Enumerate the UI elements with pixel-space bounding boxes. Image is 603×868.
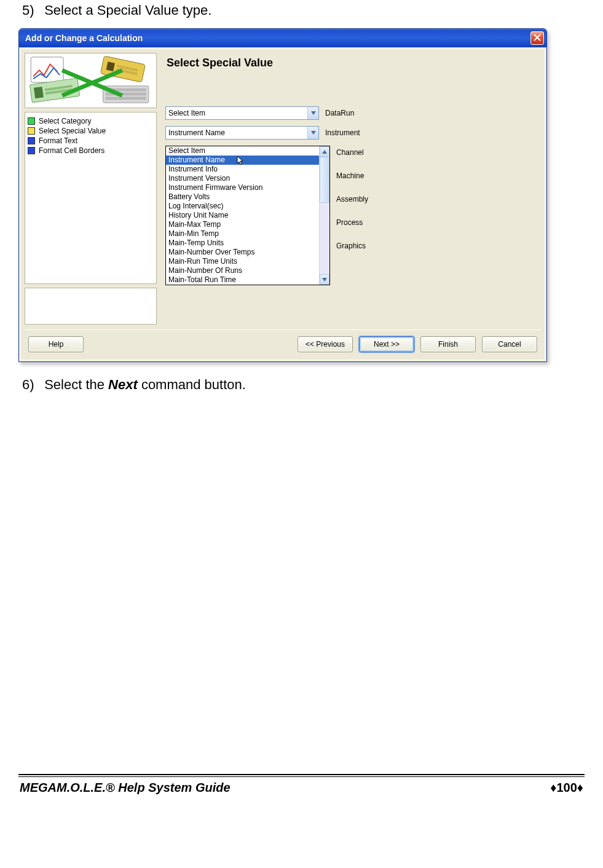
- wizard-step-label: Select Category: [39, 117, 91, 125]
- list-item[interactable]: Instrument Name: [166, 156, 319, 165]
- category-label: Assembly: [336, 195, 368, 213]
- scroll-up-icon[interactable]: [320, 146, 329, 157]
- step-swatch-icon: [28, 117, 35, 125]
- previous-button[interactable]: << Previous: [298, 336, 353, 352]
- category-label: Graphics: [336, 242, 368, 260]
- scroll-thumb[interactable]: [320, 157, 329, 203]
- list-item[interactable]: Main-Total Run Time: [166, 275, 319, 285]
- list-item[interactable]: History Unit Name: [166, 211, 319, 220]
- category-label: Channel: [336, 148, 368, 167]
- listbox-scrollbar[interactable]: [319, 146, 329, 285]
- help-button[interactable]: Help: [28, 336, 84, 352]
- wizard-step[interactable]: Format Cell Borders: [28, 146, 154, 156]
- list-item[interactable]: Instrument Info: [166, 165, 319, 174]
- wizard-step-label: Select Special Value: [39, 127, 106, 135]
- footer-page-number: ♦100♦: [550, 781, 583, 795]
- list-item[interactable]: Main-Temp Units: [166, 239, 319, 248]
- list-item[interactable]: Select Item: [166, 146, 319, 156]
- instrument-combo[interactable]: Instrument Name: [165, 126, 319, 140]
- datarun-combo-value: Select Item: [166, 109, 307, 117]
- cancel-button[interactable]: Cancel: [482, 336, 537, 352]
- step-5-num: 5): [22, 2, 41, 18]
- category-label: Process: [336, 218, 368, 237]
- step-6-post: command button.: [138, 377, 246, 392]
- preview-panel: [25, 288, 157, 325]
- category-label: Machine: [336, 172, 368, 190]
- scroll-down-icon[interactable]: [320, 274, 329, 285]
- next-button[interactable]: Next >>: [359, 336, 414, 352]
- datarun-combo[interactable]: Select Item: [165, 106, 319, 120]
- wizard-steps-list: Select CategorySelect Special ValueForma…: [25, 112, 157, 284]
- list-item[interactable]: Main-Max Temp: [166, 220, 319, 229]
- chevron-down-icon: [307, 107, 318, 119]
- wizard-step[interactable]: Format Text: [28, 136, 154, 146]
- button-bar: Help << Previous Next >> Finish Cancel: [25, 329, 541, 356]
- footer-guide-title: MEGAM.O.L.E.® Help System Guide: [20, 781, 231, 795]
- step-5-text: Select a Special Value type.: [44, 2, 211, 18]
- list-item[interactable]: Main-Number Over Temps: [166, 248, 319, 257]
- list-item[interactable]: Main-Min Temp: [166, 229, 319, 239]
- list-item[interactable]: Log Interval(sec): [166, 202, 319, 211]
- step-6: 6) Select the Next command button.: [22, 377, 585, 393]
- list-item[interactable]: Main-Run Time Units: [166, 257, 319, 266]
- instrument-label: Instrument: [325, 126, 360, 137]
- list-item[interactable]: Main-Number Of Runs: [166, 266, 319, 275]
- svg-rect-6: [34, 87, 44, 98]
- step-6-bold: Next: [108, 377, 138, 392]
- section-title: Select Special Value: [167, 57, 536, 69]
- list-item[interactable]: Instrument Version: [166, 174, 319, 183]
- step-swatch-icon: [28, 127, 35, 135]
- list-item[interactable]: Battery Volts: [166, 192, 319, 202]
- datarun-label: DataRun: [325, 106, 354, 117]
- close-icon: [534, 33, 541, 43]
- step-swatch-icon: [28, 137, 35, 144]
- list-item[interactable]: Instrument Firmware Version: [166, 183, 319, 192]
- svg-rect-12: [105, 97, 146, 100]
- dialog-window: Add or Change a Calculation: [18, 28, 547, 362]
- step-6-pre: Select the: [44, 377, 108, 392]
- step-6-num: 6): [22, 377, 41, 393]
- finish-button[interactable]: Finish: [420, 336, 476, 352]
- wizard-step[interactable]: Select Special Value: [28, 126, 154, 136]
- wizard-step[interactable]: Select Category: [28, 116, 154, 126]
- dialog-body: Select CategorySelect Special ValueForma…: [20, 49, 545, 360]
- instrument-combo-value: Instrument Name: [166, 128, 307, 137]
- instrument-listbox[interactable]: Select ItemInstrument NameInstrument Inf…: [165, 146, 330, 285]
- category-labels: ChannelMachineAssemblyProcessGraphics: [336, 146, 368, 260]
- form-area: Select Special Value Select Item DataRun: [160, 53, 541, 325]
- wizard-step-label: Format Cell Borders: [39, 146, 104, 155]
- scroll-track[interactable]: [320, 157, 329, 274]
- step-swatch-icon: [28, 147, 35, 154]
- chevron-down-icon: [307, 127, 318, 139]
- page-footer: MEGAM.O.L.E.® Help System Guide ♦100♦: [18, 774, 585, 795]
- titlebar: Add or Change a Calculation: [19, 29, 546, 47]
- dialog-title: Add or Change a Calculation: [25, 33, 530, 43]
- wizard-graphic: [25, 53, 157, 108]
- close-button[interactable]: [530, 31, 544, 45]
- wizard-step-label: Format Text: [39, 136, 77, 145]
- step-5: 5) Select a Special Value type.: [22, 2, 585, 18]
